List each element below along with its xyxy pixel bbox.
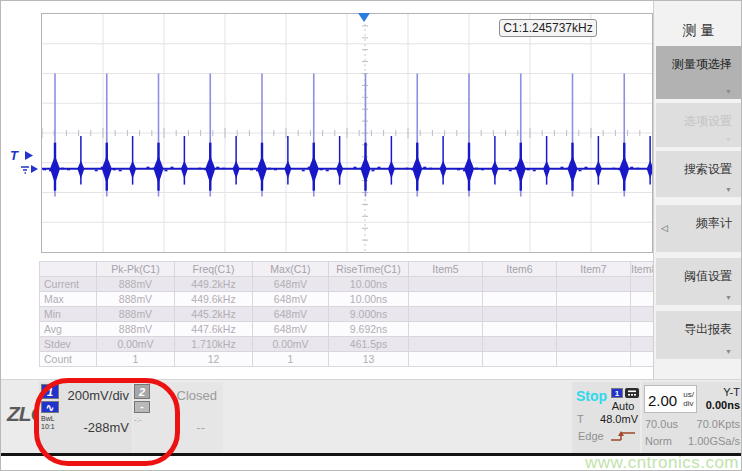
row-label: Stdev [40,337,97,352]
measurement-value: 648mV [253,292,329,307]
table-row: Min888mV445.2kHz648mV9.000ns [40,307,654,322]
column-header: RiseTime(C1) [329,262,409,277]
ground-icon [21,167,29,173]
row-label: Min [40,307,97,322]
table-row: Max888mV449.6kHz648mV10.00ns [40,292,654,307]
acquisition-mode: Norm [645,435,672,447]
column-header: Item7 [557,262,631,277]
measurement-value: 888mV [97,277,175,292]
measurement-value: 10.00ns [329,277,409,292]
column-header: Pk-Pk(C1) [97,262,175,277]
measurement-value: 449.2kHz [175,277,253,292]
watermark: www.cntronics.com [585,453,739,471]
measurement-value: 888mV [97,292,175,307]
timebase-scale: 2.00 [648,392,677,409]
time-window: 70.0us [645,418,678,430]
measurement-value [483,322,557,337]
measurement-value [409,307,483,322]
menu-button-4[interactable]: 频率计◁ [656,205,742,252]
measurement-value [631,277,654,292]
trigger-status-block[interactable]: Stop 1 Auto T 48.0mV Edge [572,382,640,453]
column-header [40,262,97,277]
measurement-value [557,337,631,352]
measurement-value [483,307,557,322]
measurement-value: 12 [175,352,253,367]
measurement-value [483,337,557,352]
trigger-source-badge: 1 [611,388,623,398]
measurement-value [631,307,654,322]
menu-button-1[interactable]: 测量项选择▼ [656,46,742,99]
chevron-down-icon: ▼ [725,186,732,193]
table-row: Count112113 [40,352,654,367]
menu-button-5[interactable]: 阈值设置▼ [656,258,742,305]
measurement-value [409,352,483,367]
trigger-position-marker[interactable] [358,13,370,22]
menu-button-6[interactable]: 导出报表▼ [656,311,742,359]
measurement-value [409,292,483,307]
horizontal-position: 0.00ns [688,399,740,411]
measurement-value: 447.6kHz [175,322,253,337]
row-label: Avg [40,322,97,337]
waveform-trace [42,14,652,252]
measurement-value [557,352,631,367]
rising-edge-icon [610,429,637,443]
waveform-display [41,13,653,253]
measurement-value: 9.000ns [329,307,409,322]
oscilloscope-screen: T C1:1.245737kHz Pk-Pk(C1)Freq(C1)Max(C1… [0,0,742,471]
trigger-coupling-icon [625,388,639,398]
menu-button-label: 搜索设置 [684,162,732,176]
menu-button-label: 阈值设置 [684,269,732,283]
timebase-status-block[interactable]: 2.00 us/ div Y-T 0.00ns 70.0us 70.0Kpts … [642,382,742,453]
trigger-t-icon: T [10,148,19,163]
measurement-value [631,352,654,367]
measurement-value: 461.5ps [329,337,409,352]
measurement-value [631,337,654,352]
measurement-value [409,337,483,352]
menu-panel: 测 量 测量项选择▼选项设置▼搜索设置▼频率计◁阈值设置▼导出报表▼ [653,1,742,379]
measurement-value: 648mV [253,277,329,292]
measurement-value [483,352,557,367]
measurement-value [557,292,631,307]
column-header: Item6 [483,262,557,277]
measurement-value: 1.710kHz [175,337,253,352]
measurement-value: 10.00ns [329,292,409,307]
measurement-value: 1 [97,352,175,367]
sample-rate: 1.00GSa/s [688,435,740,447]
measurement-value: 0.00mV [253,337,329,352]
measurement-value [557,277,631,292]
table-row: Avg888mV447.6kHz648mV9.692ns [40,322,654,337]
measurement-value [483,277,557,292]
run-state-indicator: Stop [576,388,607,404]
measurement-value: 445.2kHz [175,307,253,322]
measurement-value: 449.6kHz [175,292,253,307]
menu-button-label: 导出报表 [684,322,732,336]
menu-title: 测 量 [654,17,742,43]
chevron-down-icon: ▼ [725,88,732,95]
trigger-arrow-icon [25,151,33,160]
frequency-counter-readout: C1:1.245737kHz [499,19,597,37]
measurement-value: 648mV [253,307,329,322]
trigger-mode-label: Auto [608,400,638,412]
chevron-down-icon: ▼ [725,348,732,355]
column-header: Item8 [631,262,654,277]
table-header-row: Pk-Pk(C1)Freq(C1)Max(C1)RiseTime(C1)Item… [40,262,654,277]
menu-button-3[interactable]: 搜索设置▼ [656,151,742,197]
menu-button-label: 频率计 [696,216,732,230]
trigger-level-label: T [577,413,584,425]
menu-button-label: 测量项选择 [672,57,732,71]
memory-depth: 70.0Kpts [697,418,740,430]
annotation-highlight-circle [34,378,180,466]
trigger-level-markers[interactable]: T [7,145,41,185]
measurement-value [483,292,557,307]
row-label: Count [40,352,97,367]
trigger-type-label: Edge [578,430,604,442]
table-row: Stdev0.00mV1.710kHz0.00mV461.5ps [40,337,654,352]
measurement-value: 13 [329,352,409,367]
measurement-value [409,277,483,292]
measurement-value: 1 [253,352,329,367]
menu-button-label: 选项设置 [684,114,732,128]
chevron-left-icon: ◁ [661,223,668,233]
measurement-value: 888mV [97,307,175,322]
measurement-value: 888mV [97,322,175,337]
table-row: Current888mV449.2kHz648mV10.00ns [40,277,654,292]
